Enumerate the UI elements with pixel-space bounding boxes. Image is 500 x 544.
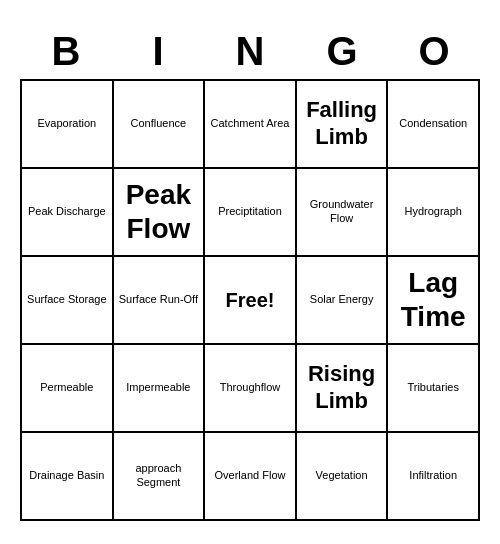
- cell-text-1: Confluence: [131, 117, 187, 130]
- bingo-letter-b: B: [20, 24, 112, 79]
- cell-text-18: Rising Limb: [301, 361, 383, 414]
- bingo-cell-11: Surface Run-Off: [114, 257, 206, 345]
- cell-text-6: Peak Flow: [118, 178, 200, 245]
- bingo-cell-13: Solar Energy: [297, 257, 389, 345]
- bingo-cell-15: Permeable: [22, 345, 114, 433]
- bingo-cell-7: Preciptitation: [205, 169, 297, 257]
- bingo-cell-0: Evaporation: [22, 81, 114, 169]
- cell-text-9: Hydrograph: [404, 205, 461, 218]
- bingo-grid: EvaporationConfluenceCatchment AreaFalli…: [20, 79, 480, 521]
- bingo-cell-6: Peak Flow: [114, 169, 206, 257]
- bingo-cell-18: Rising Limb: [297, 345, 389, 433]
- bingo-cell-5: Peak Discharge: [22, 169, 114, 257]
- cell-text-10: Surface Storage: [27, 293, 107, 306]
- cell-text-0: Evaporation: [37, 117, 96, 130]
- cell-text-11: Surface Run-Off: [119, 293, 198, 306]
- bingo-cell-3: Falling Limb: [297, 81, 389, 169]
- cell-text-2: Catchment Area: [211, 117, 290, 130]
- cell-text-5: Peak Discharge: [28, 205, 106, 218]
- bingo-header: BINGO: [20, 24, 480, 79]
- cell-text-3: Falling Limb: [301, 97, 383, 150]
- cell-text-22: Overland Flow: [215, 469, 286, 482]
- cell-text-16: Impermeable: [126, 381, 190, 394]
- bingo-cell-22: Overland Flow: [205, 433, 297, 521]
- cell-text-14: Lag Time: [392, 266, 474, 333]
- bingo-letter-o: O: [388, 24, 480, 79]
- bingo-cell-12: Free!: [205, 257, 297, 345]
- bingo-cell-21: approach Segment: [114, 433, 206, 521]
- bingo-card: BINGO EvaporationConfluenceCatchment Are…: [10, 14, 490, 531]
- bingo-cell-4: Condensation: [388, 81, 480, 169]
- bingo-cell-17: Throughflow: [205, 345, 297, 433]
- cell-text-13: Solar Energy: [310, 293, 374, 306]
- bingo-letter-i: I: [112, 24, 204, 79]
- bingo-cell-8: Groundwater Flow: [297, 169, 389, 257]
- cell-text-4: Condensation: [399, 117, 467, 130]
- bingo-cell-16: Impermeable: [114, 345, 206, 433]
- bingo-cell-24: Infiltration: [388, 433, 480, 521]
- bingo-cell-2: Catchment Area: [205, 81, 297, 169]
- bingo-cell-20: Drainage Basin: [22, 433, 114, 521]
- cell-text-15: Permeable: [40, 381, 93, 394]
- cell-text-8: Groundwater Flow: [301, 198, 383, 224]
- bingo-cell-10: Surface Storage: [22, 257, 114, 345]
- bingo-cell-1: Confluence: [114, 81, 206, 169]
- cell-text-24: Infiltration: [409, 469, 457, 482]
- bingo-cell-14: Lag Time: [388, 257, 480, 345]
- cell-text-19: Tributaries: [407, 381, 459, 394]
- bingo-letter-g: G: [296, 24, 388, 79]
- bingo-cell-23: Vegetation: [297, 433, 389, 521]
- bingo-letter-n: N: [204, 24, 296, 79]
- bingo-cell-9: Hydrograph: [388, 169, 480, 257]
- cell-text-12: Free!: [226, 288, 275, 312]
- cell-text-21: approach Segment: [118, 462, 200, 488]
- cell-text-17: Throughflow: [220, 381, 281, 394]
- cell-text-7: Preciptitation: [218, 205, 282, 218]
- cell-text-23: Vegetation: [316, 469, 368, 482]
- cell-text-20: Drainage Basin: [29, 469, 104, 482]
- bingo-cell-19: Tributaries: [388, 345, 480, 433]
